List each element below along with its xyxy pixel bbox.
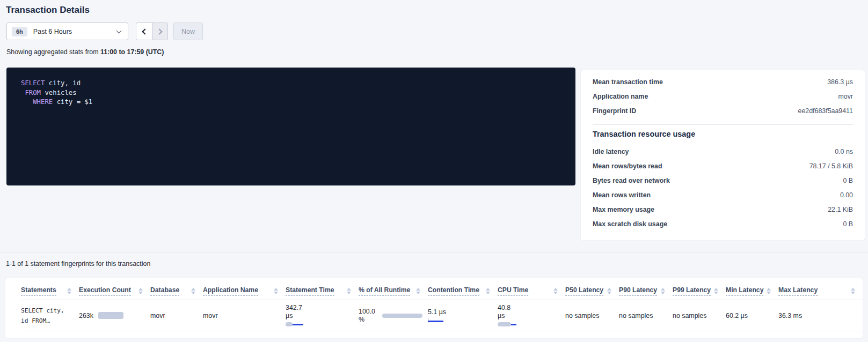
- column-header-statement-time[interactable]: Statement Time: [286, 278, 359, 300]
- resource-row: Mean rows/bytes read 78.17 / 5.8 KiB: [593, 159, 853, 174]
- stats-range: 11:00 to 17:59 (UTC): [100, 48, 164, 56]
- resource-row: Max memory usage 22.1 KiB: [593, 203, 853, 217]
- resource-value: 0.00: [840, 192, 853, 199]
- summary-row: Mean transaction time 386.3 µs: [593, 75, 853, 90]
- resource-row: Idle latency 0.0 ns: [593, 145, 853, 159]
- summary-divider: [593, 124, 853, 125]
- aggregated-stats-text: Showing aggregated stats from 11:00 to 1…: [6, 48, 863, 56]
- summary-label: Mean transaction time: [593, 79, 663, 86]
- time-range-dropdown[interactable]: 6h Past 6 Hours: [6, 23, 128, 40]
- column-header-execution-count[interactable]: Execution Count: [79, 278, 150, 300]
- sort-icon[interactable]: [486, 288, 490, 294]
- page-title: Transaction Details: [6, 5, 863, 16]
- sql-line: WHERE city = $1: [21, 98, 575, 107]
- time-range-badge: 6h: [12, 27, 27, 36]
- runtime-unit: %: [359, 316, 375, 324]
- sort-icon[interactable]: [274, 288, 278, 294]
- summary-value: ee2df683f5aa9411: [798, 108, 853, 115]
- sort-icon[interactable]: [553, 288, 558, 294]
- resource-row: Mean rows written 0.00: [593, 188, 853, 203]
- column-header-runtime-pct[interactable]: % of All Runtime: [359, 278, 428, 300]
- time-range-label: Past 6 Hours: [33, 28, 117, 35]
- statements-table: Statements Execution Count Database Appl…: [21, 278, 863, 331]
- stats-prefix: Showing aggregated stats from: [6, 48, 100, 56]
- sql-query-box: SELECT city, id FROM vehicles WHERE city…: [6, 68, 575, 185]
- max-latency-cell: 36.3 ms: [778, 300, 863, 331]
- sort-icon[interactable]: [851, 288, 855, 294]
- sort-icon[interactable]: [191, 288, 195, 294]
- resource-row: Bytes read over network 0 B: [593, 174, 853, 188]
- statement-cell[interactable]: SELECT city,id FROM…: [21, 300, 79, 331]
- cpu-time-unit: µs: [498, 312, 565, 320]
- sort-icon[interactable]: [767, 288, 771, 294]
- next-time-button[interactable]: [152, 23, 167, 40]
- summary-value: 386.3 µs: [827, 79, 853, 86]
- chevron-left-icon: [142, 28, 148, 34]
- summary-row: Application name movr: [593, 90, 853, 104]
- runtime-bar: [382, 314, 422, 318]
- column-header-p99-latency[interactable]: P99 Latency: [673, 278, 726, 300]
- summary-label: Fingerprint ID: [593, 108, 636, 115]
- column-header-p50-latency[interactable]: P50 Latency: [565, 278, 619, 300]
- statement-time-cell: 342.7 µs: [286, 300, 359, 331]
- resource-value: 0.0 ns: [835, 148, 853, 155]
- sort-icon[interactable]: [714, 288, 718, 294]
- column-header-statements[interactable]: Statements: [21, 278, 79, 300]
- summary-value: movr: [838, 93, 853, 100]
- resource-row: Max scratch disk usage 0 B: [593, 217, 853, 232]
- now-button[interactable]: Now: [173, 23, 203, 40]
- table-header-row: Statements Execution Count Database Appl…: [21, 278, 863, 300]
- column-header-cpu-time[interactable]: CPU Time: [498, 278, 565, 300]
- sort-icon[interactable]: [67, 288, 71, 294]
- cpu-time-value: 40.8: [498, 304, 565, 312]
- resource-value: 78.17 / 5.8 KiB: [809, 163, 853, 170]
- sort-icon[interactable]: [347, 288, 351, 294]
- resource-value: 22.1 KiB: [828, 206, 853, 213]
- column-header-database[interactable]: Database: [150, 278, 203, 300]
- section-divider: [0, 252, 868, 252]
- chevron-right-icon: [156, 28, 162, 34]
- column-header-p90-latency[interactable]: P90 Latency: [619, 278, 673, 300]
- transaction-summary-card: Mean transaction time 386.3 µs Applicati…: [581, 70, 865, 240]
- execution-count-cell: 263k: [79, 300, 150, 331]
- column-header-application-name[interactable]: Application Name: [203, 278, 286, 300]
- summary-row: Fingerprint ID ee2df683f5aa9411: [593, 104, 853, 118]
- prev-time-button[interactable]: [136, 23, 152, 40]
- cpu-time-bar: [498, 322, 565, 327]
- runtime-value: 100.0: [359, 308, 375, 316]
- statement-time-value: 342.7: [286, 304, 359, 312]
- chevron-down-icon: [116, 28, 122, 33]
- sql-line: FROM vehicles: [21, 88, 575, 98]
- contention-time-cell: 5.1 µs: [428, 300, 498, 331]
- summary-label: Application name: [593, 93, 648, 100]
- statement-link[interactable]: SELECT city,id FROM…: [21, 306, 79, 326]
- contention-time-value: 5.1 µs: [428, 308, 498, 316]
- page-header: Transaction Details 6h Past 6 Hours Now …: [0, 0, 868, 56]
- sort-icon[interactable]: [416, 288, 420, 294]
- cpu-time-cell: 40.8 µs: [498, 300, 565, 331]
- resource-value: 0 B: [843, 177, 853, 184]
- statement-time-bar: [286, 322, 359, 327]
- p90-latency-cell: no samples: [619, 300, 673, 331]
- contention-time-bar: [428, 318, 498, 323]
- resource-label: Max scratch disk usage: [593, 221, 667, 228]
- resource-label: Idle latency: [593, 148, 629, 155]
- database-cell: movr: [150, 300, 203, 331]
- column-header-contention-time[interactable]: Contention Time: [428, 278, 498, 300]
- sort-icon[interactable]: [661, 288, 665, 294]
- min-latency-cell: 60.2 µs: [726, 300, 778, 331]
- sort-icon[interactable]: [607, 288, 611, 294]
- column-header-min-latency[interactable]: Min Latency: [726, 278, 778, 300]
- column-header-max-latency[interactable]: Max Latency: [778, 278, 863, 300]
- resource-label: Mean rows written: [593, 192, 651, 199]
- time-controls: 6h Past 6 Hours Now: [6, 23, 863, 40]
- execution-count-value: 263k: [79, 312, 93, 319]
- resource-usage-title: Transaction resource usage: [593, 130, 853, 138]
- p99-latency-cell: no samples: [673, 300, 726, 331]
- resource-value: 0 B: [843, 221, 853, 228]
- runtime-pct-cell: 100.0 %: [359, 300, 428, 331]
- execution-count-bar: [98, 312, 123, 319]
- resource-label: Mean rows/bytes read: [593, 163, 662, 170]
- sort-icon[interactable]: [138, 288, 143, 294]
- sql-line: SELECT city, id: [21, 79, 575, 88]
